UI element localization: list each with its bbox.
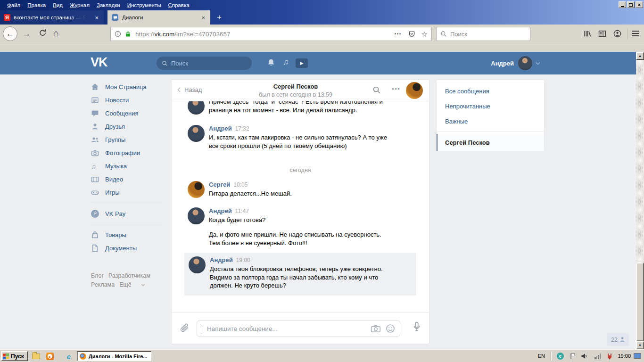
dialog-item-selected[interactable]: Сергей Песков (437, 134, 544, 151)
menu-history[interactable]: Журнал (70, 2, 90, 8)
sidebar-item-video[interactable]: Видео (91, 173, 166, 186)
footer-link-developers[interactable]: Разработчикам (108, 272, 150, 279)
internet-explorer-icon[interactable]: e (64, 352, 74, 361)
bookmark-star-icon[interactable]: ☆ (421, 31, 428, 38)
tab-close-icon[interactable]: × (200, 15, 206, 21)
forward-button[interactable]: → (23, 30, 31, 38)
tab-dialogs[interactable]: Диалоги × (107, 10, 210, 25)
sidebar-item-games[interactable]: Игры (91, 186, 166, 199)
library-icon[interactable] (583, 30, 591, 38)
avatar[interactable] (188, 101, 205, 115)
sidebar-item-vkpay[interactable]: Р VK Pay (91, 207, 166, 220)
message-text: Достала твоя блокировка телефонов, тепер… (210, 265, 412, 290)
menu-view[interactable]: Вид (53, 2, 63, 8)
minimize-button[interactable] (619, 1, 626, 8)
sidebar-item-friends[interactable]: Друзья (91, 120, 166, 133)
browser-search-input[interactable] (450, 31, 521, 38)
display-tray-icon[interactable] (634, 353, 641, 359)
vk-search-input[interactable] (171, 60, 242, 67)
power-plug-tray-icon[interactable] (606, 353, 613, 360)
microphone-icon[interactable] (413, 321, 421, 332)
home-icon (91, 83, 99, 91)
footer-link-more[interactable]: Ещё (119, 281, 136, 288)
footer-link-ads[interactable]: Реклама (91, 281, 115, 288)
sidebar-item-groups[interactable]: Группы (91, 133, 166, 146)
message-author[interactable]: Андрей (209, 207, 232, 214)
message-author[interactable]: Андрей (209, 125, 232, 132)
url-path: /im?sel=470703657 (174, 31, 230, 38)
site-info-icon[interactable] (115, 31, 121, 37)
avatar[interactable] (188, 207, 205, 224)
reload-button[interactable] (39, 29, 47, 37)
chat-search-icon[interactable] (372, 86, 381, 94)
filter-all-messages[interactable]: Все сообщения (437, 83, 544, 99)
sidebar-item-photos[interactable]: Фотографии (91, 146, 166, 159)
message-author[interactable]: Андрей (210, 256, 233, 263)
scroll-up-button[interactable]: ▲ (636, 52, 644, 60)
flag-tray-icon[interactable] (570, 353, 576, 360)
menu-file[interactable]: Файл (7, 2, 20, 8)
chat-more-icon[interactable]: … (391, 82, 401, 92)
back-button[interactable]: ← (3, 26, 17, 41)
online-friends-badge[interactable]: 22 (607, 333, 629, 346)
sidebars-icon[interactable] (598, 30, 606, 38)
message-input-box[interactable] (197, 320, 400, 337)
avatar[interactable] (189, 256, 206, 273)
volume-tray-icon[interactable] (581, 353, 587, 359)
video-icon[interactable]: ▶ (296, 58, 308, 68)
browser-search[interactable] (436, 27, 530, 41)
page-actions-icon[interactable]: … (394, 28, 402, 36)
tab-close-icon[interactable]: × (93, 15, 100, 21)
account-icon[interactable] (613, 30, 621, 38)
user-name: Андрей (491, 60, 514, 67)
https-lock-icon[interactable] (124, 31, 132, 38)
sidebar-item-music[interactable]: ♫ Музыка (91, 159, 166, 173)
tab-yandex[interactable]: Я вконтакте моя страница — Янд × (0, 10, 104, 25)
chat-title[interactable]: Сергей Песков (228, 83, 363, 90)
url-bar[interactable]: https://vk.com/im?sel=470703657 … ☆ (110, 27, 432, 41)
vk-search[interactable] (157, 57, 252, 70)
scrollbar[interactable]: ▲ ▼ (636, 52, 644, 349)
vk-logo[interactable]: VK (91, 55, 107, 70)
new-tab-button[interactable]: + (212, 10, 226, 25)
menu-help[interactable]: Справка (168, 2, 189, 8)
menu-edit[interactable]: Правка (27, 2, 46, 8)
home-button[interactable]: ⌂ (53, 28, 59, 38)
attach-paperclip-icon[interactable] (180, 323, 190, 333)
avatar[interactable] (188, 125, 205, 142)
message-author[interactable]: Сергей (209, 181, 230, 188)
start-button[interactable]: Пуск (1, 351, 28, 361)
language-indicator[interactable]: EN (538, 353, 545, 359)
sidebar-item-goods[interactable]: Товары (91, 228, 166, 241)
antivirus-tray-icon[interactable]: e (557, 353, 564, 360)
menu-tools[interactable]: Инструменты (127, 2, 161, 8)
avatar[interactable] (188, 181, 205, 198)
sidebar-item-news[interactable]: Новости (91, 93, 166, 107)
filter-important[interactable]: Важные (437, 114, 544, 129)
menu-bookmarks[interactable]: Закладки (97, 2, 120, 8)
hamburger-menu-icon[interactable] (632, 31, 639, 36)
sidebar-item-messages[interactable]: Сообщения (91, 107, 166, 120)
sidebar-footer: БлогРазработчикам РекламаЕщё (91, 272, 166, 289)
user-menu[interactable]: Андрей (491, 52, 539, 74)
emoji-smiley-icon[interactable] (386, 324, 395, 333)
explorer-folder-icon[interactable] (31, 352, 41, 361)
media-player-icon[interactable]: ▶ (45, 352, 55, 361)
scroll-down-button[interactable]: ▼ (636, 341, 644, 349)
sidebar-item-profile[interactable]: Моя Страница (91, 80, 166, 93)
footer-link-blog[interactable]: Блог (91, 272, 104, 279)
scrollbar-thumb[interactable] (636, 263, 644, 341)
notifications-bell-icon[interactable] (267, 58, 275, 67)
filter-unread[interactable]: Непрочитанные (437, 99, 544, 114)
task-button-firefox[interactable]: Диалоги - Mozilla Fire... (77, 351, 151, 361)
pocket-icon[interactable] (408, 31, 415, 38)
music-icon[interactable]: ♫ (283, 58, 289, 67)
network-signal-icon[interactable] (594, 354, 601, 359)
chat-peer-avatar[interactable] (406, 82, 423, 99)
message-input[interactable] (207, 325, 366, 332)
restore-button[interactable] (627, 1, 635, 8)
back-link[interactable]: Назад (178, 86, 202, 93)
sidebar-item-documents[interactable]: Документы (91, 241, 166, 255)
close-button[interactable]: × (636, 1, 643, 8)
photo-camera-icon[interactable] (371, 324, 381, 333)
